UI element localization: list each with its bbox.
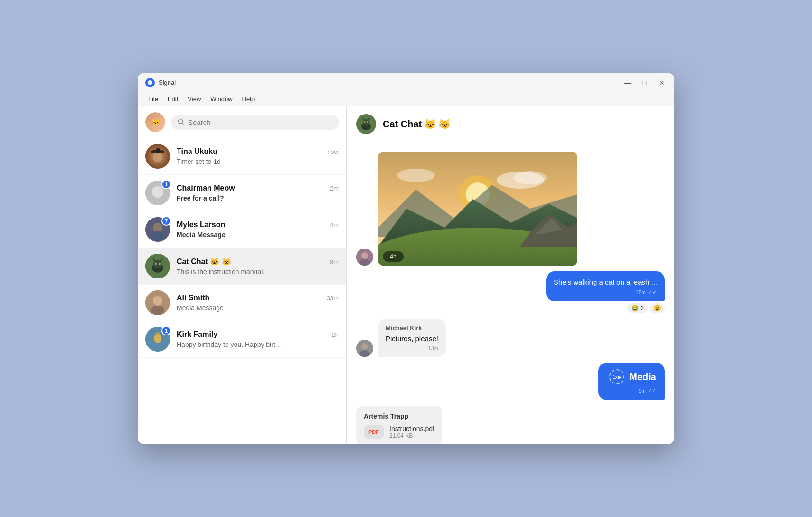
- conv-name-tina: Tina Ukuku: [177, 147, 217, 156]
- conversation-chairman[interactable]: 1 Chairman Meow 2m Free for a call?: [138, 175, 346, 211]
- pdf-size: 21.04 KB: [389, 432, 434, 439]
- media-read-icon: ✓✓: [648, 387, 656, 393]
- badge-kirk: 1: [161, 326, 171, 335]
- minimize-button[interactable]: —: [623, 78, 633, 87]
- read-receipt-icon: ✓✓: [648, 289, 657, 296]
- conversation-list: Tina Ukuku now Timer set to 1d: [138, 138, 346, 444]
- menu-window[interactable]: Window: [206, 96, 237, 103]
- sidebar-header: 🐱: [138, 106, 346, 138]
- window-controls: — □ ✕: [623, 78, 667, 87]
- svg-point-13: [151, 231, 164, 241]
- michael-sender-name: Michael Kirk: [386, 325, 438, 332]
- pdf-filename: Instructions.pdf: [389, 425, 434, 432]
- svg-point-6: [153, 153, 162, 162]
- titlebar: Signal — □ ✕: [138, 73, 674, 92]
- menu-help[interactable]: Help: [237, 96, 260, 103]
- conv-time-tina: now: [327, 148, 339, 155]
- avatar-tina: [145, 144, 170, 169]
- michael-text: Pictures, please!: [386, 334, 438, 344]
- svg-point-0: [148, 80, 152, 85]
- bubble-michael: Michael Kirk Pictures, please! 13m: [378, 319, 446, 357]
- pdf-file: PDF Instructions.pdf 21.04 KB: [364, 425, 434, 439]
- conv-content-chairman: Chairman Meow 2m Free for a call?: [177, 184, 339, 202]
- conv-preview-kirk: Happy birthday to you. Happy birt...: [177, 341, 339, 348]
- conv-name-myles: Myles Larson: [177, 220, 225, 229]
- search-input[interactable]: [188, 118, 332, 126]
- bubble-sent-text: She's walking a cat on a leash ... 15m ✓…: [546, 271, 665, 301]
- conv-top-chairman: Chairman Meow 2m: [177, 184, 339, 192]
- messages-list: 4h She's walking a cat on a leash ... 15…: [347, 142, 674, 444]
- sent-time: 15m ✓✓: [554, 289, 657, 296]
- svg-point-20: [159, 263, 161, 265]
- conversation-ali[interactable]: Ali Smith 33m Media Message: [138, 285, 346, 321]
- menu-file[interactable]: File: [143, 96, 163, 103]
- pdf-sender-name: Artemis Trapp: [364, 412, 434, 420]
- chat-header: Cat Chat 🐱 😺: [347, 106, 674, 142]
- conversation-catchat[interactable]: Cat Chat 🐱 😺 9m This is the instruction …: [138, 248, 346, 285]
- avatar-wrap-ali: [145, 290, 170, 315]
- media-time: 9m ✓✓: [639, 387, 656, 393]
- search-icon: [178, 118, 184, 126]
- svg-point-33: [367, 121, 368, 123]
- avatar-ali: [145, 290, 170, 315]
- menubar: File Edit View Window Help: [138, 92, 674, 106]
- avatar-catchat: [145, 254, 170, 278]
- conv-preview-myles: Media Message: [177, 231, 339, 239]
- media-play-icon: 1x▶: [609, 369, 624, 384]
- conv-name-catchat: Cat Chat 🐱 😺: [177, 257, 231, 266]
- search-bar[interactable]: [171, 115, 339, 130]
- sender-avatar-michael: [356, 340, 373, 357]
- message-media: 1x▶ Media 9m ✓✓: [356, 363, 665, 400]
- image-bubble[interactable]: 4h: [378, 152, 577, 266]
- sidebar: 🐱: [138, 106, 347, 444]
- svg-point-8: [152, 186, 163, 198]
- chat-title: Cat Chat 🐱 😺: [383, 118, 451, 130]
- badge-chairman: 1: [161, 180, 171, 189]
- maximize-button[interactable]: □: [640, 78, 650, 87]
- svg-point-32: [364, 121, 366, 123]
- avatar-wrap-chairman: 1: [145, 181, 170, 205]
- conversation-myles[interactable]: 7 Myles Larson 4m Media Message: [138, 211, 346, 248]
- user-avatar[interactable]: 🐱: [145, 112, 165, 132]
- conv-content-kirk: Kirk Family 2h Happy birthday to you. Ha…: [177, 330, 339, 348]
- message-image: 4h: [356, 152, 665, 266]
- conv-preview-ali: Media Message: [177, 304, 339, 312]
- pdf-bubble[interactable]: Artemis Trapp PDF Instructions.pdf 21.04…: [356, 406, 442, 444]
- svg-line-2: [182, 123, 184, 124]
- media-bubble[interactable]: 1x▶ Media 9m ✓✓: [598, 363, 665, 400]
- svg-point-42: [397, 169, 435, 182]
- reaction-wow: 😮: [650, 303, 665, 313]
- conv-content-ali: Ali Smith 33m Media Message: [177, 294, 339, 312]
- conv-content-catchat: Cat Chat 🐱 😺 9m This is the instruction …: [177, 257, 339, 276]
- svg-point-12: [153, 223, 162, 232]
- conv-content-tina: Tina Ukuku now Timer set to 1d: [177, 147, 339, 165]
- svg-point-19: [155, 263, 157, 265]
- app-window: Signal — □ ✕ File Edit View Window Help …: [138, 73, 674, 444]
- conv-name-kirk: Kirk Family: [177, 330, 217, 339]
- conv-top-catchat: Cat Chat 🐱 😺 9m: [177, 257, 339, 266]
- conv-preview-tina: Timer set to 1d: [177, 158, 339, 165]
- svg-point-23: [151, 306, 164, 315]
- conversation-tina[interactable]: Tina Ukuku now Timer set to 1d: [138, 138, 346, 175]
- conv-content-myles: Myles Larson 4m Media Message: [177, 220, 339, 239]
- menu-edit[interactable]: Edit: [163, 96, 183, 103]
- conv-name-chairman: Chairman Meow: [177, 184, 235, 192]
- avatar-wrap-myles: 7: [145, 217, 170, 242]
- avatar-wrap-tina: [145, 144, 170, 169]
- media-label: Media: [629, 372, 656, 383]
- conv-time-ali: 33m: [327, 295, 339, 302]
- message-pdf: Artemis Trapp PDF Instructions.pdf 21.04…: [356, 406, 665, 444]
- chat-header-avatar: [356, 114, 376, 134]
- conv-name-ali: Ali Smith: [177, 294, 209, 302]
- app-title: Signal: [159, 79, 623, 86]
- sender-avatar-img-msg: [356, 249, 373, 266]
- conv-top-kirk: Kirk Family 2h: [177, 330, 339, 339]
- conversation-kirk[interactable]: 1 Kirk Family 2h Happy birthday to you. …: [138, 321, 346, 358]
- menu-view[interactable]: View: [183, 96, 206, 103]
- close-button[interactable]: ✕: [657, 78, 667, 87]
- svg-point-16: [153, 260, 162, 268]
- svg-point-51: [361, 343, 368, 350]
- conv-time-kirk: 2h: [332, 331, 339, 338]
- main-layout: 🐱: [138, 106, 674, 444]
- conv-time-chairman: 2m: [330, 185, 339, 192]
